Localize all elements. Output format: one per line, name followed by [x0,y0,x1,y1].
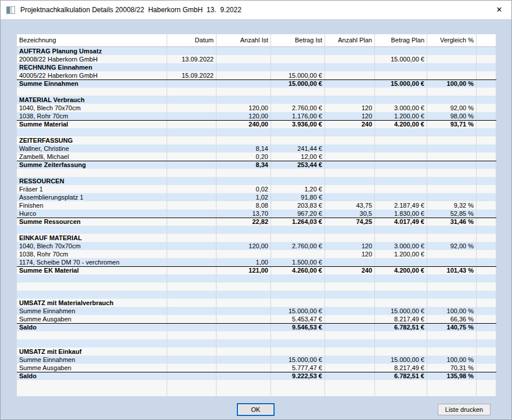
cell [325,299,375,307]
cell [271,55,325,63]
column-header: Bezeichnung [17,34,167,47]
table-row: Summe Einnahmen15.000,00 €15.000,00 €100… [17,307,496,315]
cell [325,185,375,193]
cell: 4.200,00 € [375,121,427,128]
cell [325,364,375,372]
cell: Finishen [17,201,167,209]
print-list-button[interactable]: Liste drucken [438,404,491,415]
cell: 40005/22 Haberkorn GmbH [17,71,167,79]
cell [271,63,325,71]
cell: 15.000,00 € [271,356,325,364]
table-row: AUFTRAG Planung Umsatz [17,47,496,55]
cell: 120 [325,242,375,250]
cell: 15.000,00 € [375,307,427,315]
cell: 30,5 [325,209,375,218]
cell [217,63,271,71]
cell [477,339,496,347]
cell [325,47,375,55]
cell: 15.000,00 € [271,307,325,315]
cell [217,169,271,177]
cell [477,234,496,242]
cell: 120 [325,104,375,112]
cell: 120 [325,112,375,120]
cell [167,364,217,372]
table-row [17,88,496,96]
cell: RESSOURCEN [17,177,167,185]
table-row: Summe Einnahmen15.000,00 €15.000,00 €100… [17,79,496,88]
cell [427,283,477,291]
table-row: UMSATZ mit Einkauf [17,347,496,356]
cell [217,388,271,396]
cell [325,96,375,104]
cell: Fräser 1 [17,185,167,193]
cell [167,80,217,88]
cell: 98,00 % [427,112,477,120]
table-row [17,291,496,299]
cell [217,283,271,291]
table-row: 1040, Blech 70x70cm120,002.760,00 €1203.… [17,104,496,112]
cell [375,193,427,201]
ok-button[interactable]: OK [237,403,275,416]
cell [167,169,217,177]
cell: 1.176,00 € [271,112,325,120]
cell [477,372,496,380]
table-row: 1040, Blech 70x70cm120,002.760,00 €1203.… [17,242,496,250]
cell [217,380,271,388]
cell: Summe EK Material [17,267,167,274]
cell: 1.200,00 € [375,112,427,120]
cell [271,128,325,136]
cell [375,299,427,307]
cell [325,71,375,79]
cell [17,169,167,177]
table-row: Hurco13,70967,20 €30,51.830,00 €52,85 % [17,209,496,218]
cell [167,315,217,323]
cell [375,347,427,356]
cell [477,185,496,193]
table-row: Summe Ressourcen22,821.264,03 €74,254.01… [17,218,496,226]
table-row: Assemblierungsplatz 11,0291,80 € [17,193,496,201]
table-row: Summe Ausgaben5.777,47 €8.217,49 €70,31 … [17,364,496,372]
cell [271,388,325,396]
cell [217,331,271,339]
cell [477,299,496,307]
table-body: AUFTRAG Planung Umsatz20008/22 Haberkorn… [17,47,496,396]
table-row: Summe Zeiterfassung8,34253,44 € [17,161,496,169]
cell [217,324,271,331]
cell: Summe Einnahmen [17,307,167,315]
cell [167,356,217,364]
cell: 9,32 % [427,201,477,209]
cell [427,339,477,347]
cell: 13,70 [217,209,271,218]
cell: 5.777,47 € [271,364,325,372]
table-row: Saldo9.546,53 €6.782,51 €140,75 % [17,323,496,331]
column-header: Anzahl Ist [217,34,271,47]
cell [375,331,427,339]
cell [167,372,217,380]
cell: 3.000,00 € [375,104,427,112]
table-row [17,331,496,339]
cell [427,299,477,307]
cell: 15.000,00 € [375,80,427,88]
cell [167,209,217,218]
cell [325,161,375,169]
cell [167,144,217,153]
cell: 43,75 [325,201,375,209]
cell [167,339,217,347]
cell [325,226,375,234]
cell: 203,83 € [271,201,325,209]
cell [477,121,496,128]
cell: 8,14 [217,144,271,153]
cell [271,47,325,55]
table-header: BezeichnungDatumAnzahl IstBetrag IstAnza… [17,34,496,47]
close-icon[interactable]: ✕ [494,5,504,15]
cell [427,55,477,63]
cell: 15.09.2022 [167,71,217,79]
cell: 101,43 % [427,267,477,274]
cell [217,226,271,234]
cell [375,161,427,169]
cell [477,177,496,185]
cell: 4.017,49 € [375,218,427,226]
cell [477,201,496,209]
cell: 74,25 [325,218,375,226]
cell [217,47,271,55]
